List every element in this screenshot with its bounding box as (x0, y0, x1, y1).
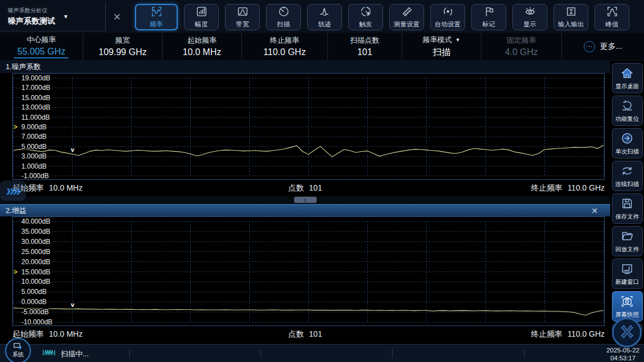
statusbar-divider (260, 349, 261, 358)
peak-icon (606, 6, 618, 19)
stop-frequency-value: 110.0 GHz (568, 183, 605, 192)
sidebar-button-new-window[interactable]: 新建窗口 (612, 259, 643, 289)
gain-chart-title[interactable]: 2.增益 ✕ (0, 204, 610, 216)
datetime-display: 2025-05-22 04:53:17 (606, 346, 640, 362)
param-stop-frequency[interactable]: 终止频率 110.0 GHz (242, 33, 328, 60)
noise-figure-trace-svg: 19.000dB17.000dB15.000dB13.000dB11.000dB… (13, 74, 604, 179)
svg-text:5.000dB: 5.000dB (21, 143, 47, 151)
amplitude-icon (196, 6, 208, 19)
toolbar-button-trigger[interactable]: 触发 (348, 4, 383, 30)
gain-chart-footer: 起始频率10.0 MHz 点数101 终止频率110.0 GHz (0, 326, 610, 342)
home-icon (620, 66, 634, 82)
noise-figure-chart-title: 1.噪声系数 (0, 61, 610, 73)
toolbar-button-bandwidth[interactable]: 带宽 (225, 4, 260, 30)
sidebar-button-save-file[interactable]: 保存文件 (612, 193, 643, 224)
statusbar-divider (129, 349, 130, 358)
sidebar-button-playback-file[interactable]: 回放文件 (612, 226, 643, 256)
noise-figure-chart-panel: 1.噪声系数 19.000dB17.000dB15.000dB13.000dB1… (0, 61, 610, 196)
toolbar-button-marker[interactable]: 标记 (471, 4, 506, 30)
svg-text:15.000dB: 15.000dB (21, 268, 50, 276)
caret-down-icon: ▼ (63, 13, 69, 20)
points-value: 101 (309, 329, 322, 338)
toolbar-button-peak[interactable]: 峰值 (595, 4, 629, 30)
open-folder-icon (620, 229, 634, 245)
splitter-handle[interactable]: ▲ ▼ (294, 197, 317, 203)
cross-compass-icon (619, 323, 636, 342)
stop-frequency-value: 110.0 GHz (568, 329, 605, 338)
trace-icon (319, 6, 331, 19)
scan-status-text: 扫描中... (61, 349, 89, 359)
sidebar-button-continuous-sweep[interactable]: 连续扫描 (612, 161, 643, 191)
toolbar: 频率 幅度 带宽 扫描 轨迹 触发 (135, 2, 629, 30)
charts-column: 1.噪声系数 19.000dB17.000dB15.000dB13.000dB1… (0, 61, 610, 344)
stop-frequency-label: 终止频率 (531, 183, 562, 192)
svg-text:20.000dB: 20.000dB (21, 258, 50, 266)
noise-figure-chart-footer: 起始频率10.0 MHz 点数101 终止频率110.0 GHz (0, 180, 610, 196)
toolbar-button-amplitude[interactable]: 幅度 (184, 4, 219, 30)
points-label: 点数 (288, 183, 304, 192)
svg-text:>: > (13, 123, 17, 131)
chart-splitter[interactable]: ▲ ▼ (0, 196, 610, 204)
caret-down-icon: ▼ (456, 37, 461, 43)
device-name: 噪声系数分析仪 (8, 7, 55, 15)
scan-status: 扫描中... (42, 349, 89, 359)
splitter-down-icon: ▼ (304, 200, 307, 202)
svg-text:-5.000dB: -5.000dB (21, 308, 49, 316)
toolbar-button-auto-setup[interactable]: 自动设置 (430, 4, 465, 30)
close-gain-chart-button[interactable]: ✕ (591, 206, 598, 215)
sidebar-button-screenshot[interactable]: 屏幕快照 (612, 291, 643, 322)
stop-frequency-label: 终止频率 (531, 329, 562, 338)
sidebar-button-show-desktop[interactable]: 显示桌面 (612, 63, 643, 93)
navigation-cross-button[interactable] (612, 318, 642, 347)
statusbar: 系统 扫描中... 2025-05-22 04:53:17 (0, 344, 644, 362)
measurement-mode-selector[interactable]: 噪声系数分析仪 噪声系数测试 ▼ (0, 2, 106, 31)
eye-display-icon (524, 6, 536, 19)
param-frequency-mode[interactable]: 频率模式▼ 扫描 (402, 33, 481, 60)
svg-text:10.000dB: 10.000dB (21, 278, 50, 286)
toolbar-button-display[interactable]: 显示 (512, 4, 547, 30)
toolbar-button-frequency[interactable]: 频率 (135, 4, 178, 30)
measurement-mode-title: 噪声系数测试 (8, 16, 55, 26)
svg-text:11.000dB: 11.000dB (21, 114, 50, 121)
sidebar-button-single-sweep[interactable]: 单次扫描 (612, 128, 643, 159)
parameter-bar: 中心频率 55.005 GHz 频宽 109.99 GHz 起始频率 10.0 … (0, 33, 644, 61)
svg-text:7.000dB: 7.000dB (21, 133, 47, 141)
points-value: 101 (309, 183, 322, 192)
svg-text:0.000dB: 0.000dB (21, 298, 47, 306)
svg-text:35.000dB: 35.000dB (21, 228, 50, 236)
new-window-icon (620, 262, 634, 277)
param-center-frequency[interactable]: 中心频率 55.005 GHz (0, 33, 83, 60)
svg-text:13.000dB: 13.000dB (21, 103, 50, 111)
flag-marker-icon (483, 6, 495, 19)
svg-text:1.000dB: 1.000dB (21, 162, 47, 170)
more-params-button[interactable]: ··· 更多... (562, 33, 644, 60)
topbar: 噪声系数分析仪 噪声系数测试 ▼ ✕ 频率 幅度 带宽 扫描 (0, 0, 644, 33)
input-output-icon (565, 6, 577, 19)
save-file-icon (620, 197, 634, 212)
param-start-frequency[interactable]: 起始频率 10.0 MHz (163, 33, 242, 60)
expand-panel-handle[interactable]: »» (0, 180, 26, 201)
date-text: 2025-05-22 (606, 346, 640, 354)
waveform-icon (42, 349, 57, 359)
close-measurement-button[interactable]: ✕ (106, 2, 128, 31)
svg-text:-10.000dB: -10.000dB (21, 318, 52, 325)
ellipsis-icon: ··· (584, 41, 595, 52)
toolbar-button-measure-setup[interactable]: 测量设置 (389, 4, 424, 30)
reset-icon (620, 99, 634, 114)
system-menu-button[interactable]: 系统 (5, 338, 31, 362)
svg-text:25.000dB: 25.000dB (21, 248, 50, 256)
toolbar-button-trace[interactable]: 轨迹 (307, 4, 342, 30)
camera-icon (620, 295, 634, 310)
svg-text:15.000dB: 15.000dB (21, 94, 50, 102)
toolbar-button-input-output[interactable]: 输入输出 (553, 4, 588, 30)
svg-text:9.000dB: 9.000dB (21, 123, 47, 131)
start-frequency-value: 10.0 MHz (49, 183, 83, 192)
param-sweep-points[interactable]: 扫描点数 101 (328, 33, 402, 60)
trigger-icon (360, 6, 372, 19)
auto-setup-icon (442, 6, 454, 19)
svg-text:v: v (71, 301, 75, 308)
sidebar-button-function-reset[interactable]: 功能复位 (612, 96, 643, 126)
toolbar-button-sweep[interactable]: 扫描 (266, 4, 301, 30)
param-span[interactable]: 频宽 109.99 GHz (83, 33, 163, 60)
svg-text:3.000dB: 3.000dB (21, 152, 47, 160)
